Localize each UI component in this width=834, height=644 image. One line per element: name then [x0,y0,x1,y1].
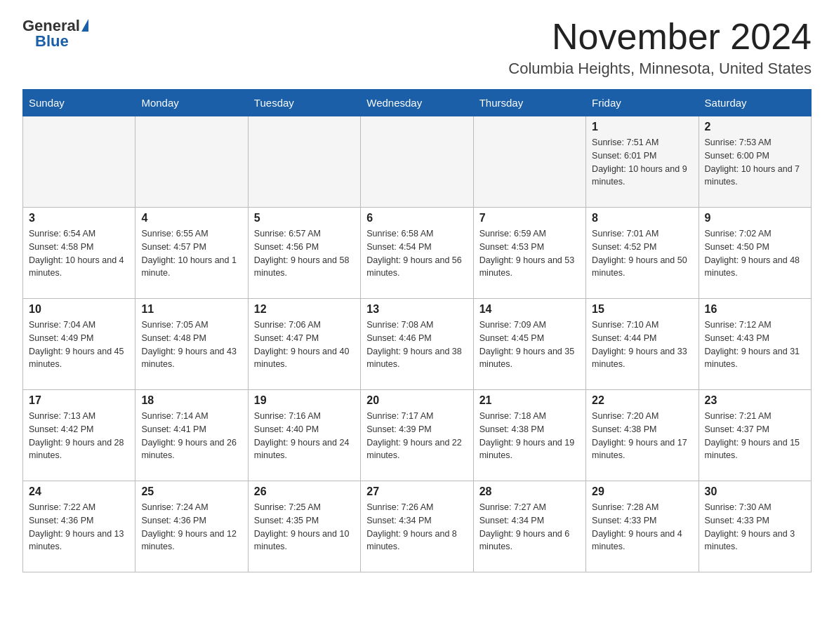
logo-triangle-icon [81,19,88,32]
day-number: 23 [705,394,805,407]
header: General Blue November 2024 Columbia Heig… [22,17,812,78]
weekday-header-wednesday: Wednesday [361,90,473,116]
day-info: Sunrise: 7:01 AMSunset: 4:52 PMDaylight:… [592,227,692,280]
day-cell: 18Sunrise: 7:14 AMSunset: 4:41 PMDayligh… [135,390,248,481]
day-cell: 16Sunrise: 7:12 AMSunset: 4:43 PMDayligh… [699,299,811,390]
day-cell: 11Sunrise: 7:05 AMSunset: 4:48 PMDayligh… [135,299,248,390]
day-cell: 3Sunrise: 6:54 AMSunset: 4:58 PMDaylight… [23,208,135,299]
day-info: Sunrise: 6:59 AMSunset: 4:53 PMDaylight:… [479,227,580,280]
day-info: Sunrise: 6:54 AMSunset: 4:58 PMDaylight:… [29,227,129,280]
day-cell: 26Sunrise: 7:25 AMSunset: 4:35 PMDayligh… [248,481,360,572]
day-number: 14 [479,303,580,316]
day-cell: 30Sunrise: 7:30 AMSunset: 4:33 PMDayligh… [699,481,811,572]
day-info: Sunrise: 7:53 AMSunset: 6:00 PMDaylight:… [705,136,805,189]
day-cell: 19Sunrise: 7:16 AMSunset: 4:40 PMDayligh… [248,390,360,481]
day-cell: 2Sunrise: 7:53 AMSunset: 6:00 PMDaylight… [699,116,811,208]
day-info: Sunrise: 7:09 AMSunset: 4:45 PMDaylight:… [479,318,580,371]
day-number: 27 [366,485,467,498]
day-info: Sunrise: 7:24 AMSunset: 4:36 PMDaylight:… [141,501,241,554]
day-number: 17 [29,394,129,407]
day-cell: 6Sunrise: 6:58 AMSunset: 4:54 PMDaylight… [361,208,473,299]
day-info: Sunrise: 7:04 AMSunset: 4:49 PMDaylight:… [29,318,129,371]
week-row-2: 3Sunrise: 6:54 AMSunset: 4:58 PMDaylight… [23,208,812,299]
weekday-header-thursday: Thursday [473,90,585,116]
day-cell [135,116,248,208]
day-cell: 5Sunrise: 6:57 AMSunset: 4:56 PMDaylight… [248,208,360,299]
day-number: 8 [592,212,692,224]
day-cell: 17Sunrise: 7:13 AMSunset: 4:42 PMDayligh… [23,390,135,481]
day-info: Sunrise: 7:51 AMSunset: 6:01 PMDaylight:… [592,136,692,189]
week-row-1: 1Sunrise: 7:51 AMSunset: 6:01 PMDaylight… [23,116,812,208]
day-info: Sunrise: 7:17 AMSunset: 4:39 PMDaylight:… [366,410,467,462]
day-number: 18 [141,394,241,407]
day-number: 25 [141,485,241,498]
day-cell: 7Sunrise: 6:59 AMSunset: 4:53 PMDaylight… [473,208,585,299]
title-area: November 2024 Columbia Heights, Minnesot… [508,17,812,78]
day-info: Sunrise: 7:02 AMSunset: 4:50 PMDaylight:… [705,227,805,280]
calendar-table: SundayMondayTuesdayWednesdayThursdayFrid… [22,89,812,572]
weekday-header-friday: Friday [586,90,699,116]
day-info: Sunrise: 6:55 AMSunset: 4:57 PMDaylight:… [141,227,241,280]
logo: General Blue [22,17,88,51]
day-number: 26 [254,485,355,498]
day-number: 19 [254,394,355,407]
day-number: 21 [479,394,580,407]
day-number: 9 [705,212,805,224]
day-cell: 28Sunrise: 7:27 AMSunset: 4:34 PMDayligh… [473,481,585,572]
day-number: 22 [592,394,692,407]
day-info: Sunrise: 7:27 AMSunset: 4:34 PMDaylight:… [479,501,580,554]
day-cell: 25Sunrise: 7:24 AMSunset: 4:36 PMDayligh… [135,481,248,572]
weekday-header-sunday: Sunday [23,90,135,116]
day-number: 16 [705,303,805,316]
day-cell: 13Sunrise: 7:08 AMSunset: 4:46 PMDayligh… [361,299,473,390]
day-number: 5 [254,212,355,224]
weekday-header-tuesday: Tuesday [248,90,360,116]
day-number: 10 [29,303,129,316]
week-row-3: 10Sunrise: 7:04 AMSunset: 4:49 PMDayligh… [23,299,812,390]
page-subtitle: Columbia Heights, Minnesota, United Stat… [508,60,812,78]
day-info: Sunrise: 7:06 AMSunset: 4:47 PMDaylight:… [254,318,355,371]
day-cell [23,116,135,208]
week-row-4: 17Sunrise: 7:13 AMSunset: 4:42 PMDayligh… [23,390,812,481]
day-cell: 12Sunrise: 7:06 AMSunset: 4:47 PMDayligh… [248,299,360,390]
day-number: 15 [592,303,692,316]
day-cell: 22Sunrise: 7:20 AMSunset: 4:38 PMDayligh… [586,390,699,481]
day-number: 12 [254,303,355,316]
day-cell: 27Sunrise: 7:26 AMSunset: 4:34 PMDayligh… [361,481,473,572]
day-info: Sunrise: 7:22 AMSunset: 4:36 PMDaylight:… [29,501,129,554]
day-info: Sunrise: 7:18 AMSunset: 4:38 PMDaylight:… [479,410,580,462]
day-cell: 20Sunrise: 7:17 AMSunset: 4:39 PMDayligh… [361,390,473,481]
day-cell [248,116,360,208]
page-title: November 2024 [508,17,812,57]
logo-blue-text: Blue [35,32,69,51]
day-number: 30 [705,485,805,498]
day-info: Sunrise: 7:08 AMSunset: 4:46 PMDaylight:… [366,318,467,371]
day-cell: 14Sunrise: 7:09 AMSunset: 4:45 PMDayligh… [473,299,585,390]
day-info: Sunrise: 7:05 AMSunset: 4:48 PMDaylight:… [141,318,241,371]
day-number: 20 [366,394,467,407]
day-info: Sunrise: 6:58 AMSunset: 4:54 PMDaylight:… [366,227,467,280]
day-number: 11 [141,303,241,316]
day-info: Sunrise: 7:10 AMSunset: 4:44 PMDaylight:… [592,318,692,371]
day-info: Sunrise: 7:28 AMSunset: 4:33 PMDaylight:… [592,501,692,554]
day-cell [473,116,585,208]
day-info: Sunrise: 7:20 AMSunset: 4:38 PMDaylight:… [592,410,692,462]
day-number: 6 [366,212,467,224]
day-number: 28 [479,485,580,498]
day-number: 1 [592,121,692,133]
weekday-header-row: SundayMondayTuesdayWednesdayThursdayFrid… [23,90,812,116]
day-info: Sunrise: 7:16 AMSunset: 4:40 PMDaylight:… [254,410,355,462]
day-number: 29 [592,485,692,498]
day-cell: 10Sunrise: 7:04 AMSunset: 4:49 PMDayligh… [23,299,135,390]
day-cell: 23Sunrise: 7:21 AMSunset: 4:37 PMDayligh… [699,390,811,481]
day-number: 24 [29,485,129,498]
day-number: 3 [29,212,129,224]
day-number: 4 [141,212,241,224]
day-cell: 1Sunrise: 7:51 AMSunset: 6:01 PMDaylight… [586,116,699,208]
day-cell: 29Sunrise: 7:28 AMSunset: 4:33 PMDayligh… [586,481,699,572]
day-info: Sunrise: 7:30 AMSunset: 4:33 PMDaylight:… [705,501,805,554]
day-cell: 15Sunrise: 7:10 AMSunset: 4:44 PMDayligh… [586,299,699,390]
day-cell: 21Sunrise: 7:18 AMSunset: 4:38 PMDayligh… [473,390,585,481]
day-cell: 4Sunrise: 6:55 AMSunset: 4:57 PMDaylight… [135,208,248,299]
weekday-header-saturday: Saturday [699,90,811,116]
